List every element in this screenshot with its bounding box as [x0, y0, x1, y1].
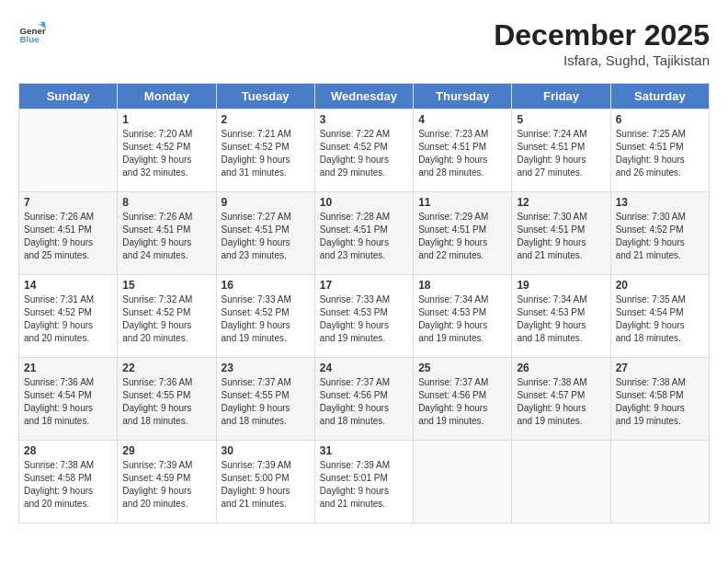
day-number: 7 — [24, 196, 112, 209]
month-title: December 2025 — [494, 18, 710, 52]
day-number: 1 — [122, 113, 210, 126]
calendar-cell: 1Sunrise: 7:20 AM Sunset: 4:52 PM Daylig… — [118, 109, 216, 192]
calendar-table: SundayMondayTuesdayWednesdayThursdayFrid… — [18, 83, 710, 523]
day-number: 20 — [616, 279, 704, 292]
day-number: 18 — [418, 279, 506, 292]
day-info: Sunrise: 7:39 AM Sunset: 4:59 PM Dayligh… — [122, 459, 210, 511]
calendar-cell: 2Sunrise: 7:21 AM Sunset: 4:52 PM Daylig… — [216, 109, 314, 192]
calendar-cell: 13Sunrise: 7:30 AM Sunset: 4:52 PM Dayli… — [610, 192, 709, 275]
calendar-week-row: 7Sunrise: 7:26 AM Sunset: 4:51 PM Daylig… — [19, 192, 710, 275]
day-info: Sunrise: 7:21 AM Sunset: 4:52 PM Dayligh… — [222, 128, 310, 179]
page-header: General Blue December 2025 Isfara, Sughd… — [18, 18, 710, 68]
day-number: 9 — [222, 196, 310, 209]
calendar-week-row: 28Sunrise: 7:38 AM Sunset: 4:58 PM Dayli… — [19, 441, 710, 523]
calendar-cell: 21Sunrise: 7:36 AM Sunset: 4:54 PM Dayli… — [19, 358, 118, 441]
day-info: Sunrise: 7:30 AM Sunset: 4:52 PM Dayligh… — [616, 211, 704, 262]
day-info: Sunrise: 7:38 AM Sunset: 4:57 PM Dayligh… — [517, 376, 605, 428]
calendar-cell: 19Sunrise: 7:34 AM Sunset: 4:53 PM Dayli… — [512, 275, 610, 358]
day-number: 25 — [418, 362, 506, 374]
calendar-cell: 8Sunrise: 7:26 AM Sunset: 4:51 PM Daylig… — [118, 192, 216, 275]
logo-icon: General Blue — [18, 18, 46, 46]
calendar-cell: 31Sunrise: 7:39 AM Sunset: 5:01 PM Dayli… — [314, 441, 413, 523]
calendar-cell: 17Sunrise: 7:33 AM Sunset: 4:53 PM Dayli… — [314, 275, 413, 358]
day-info: Sunrise: 7:37 AM Sunset: 4:56 PM Dayligh… — [320, 376, 408, 428]
day-number: 6 — [616, 113, 704, 126]
calendar-cell: 30Sunrise: 7:39 AM Sunset: 5:00 PM Dayli… — [216, 441, 314, 523]
location-title: Isfara, Sughd, Tajikistan — [494, 52, 710, 68]
calendar-cell: 28Sunrise: 7:38 AM Sunset: 4:58 PM Dayli… — [19, 441, 118, 523]
calendar-cell: 11Sunrise: 7:29 AM Sunset: 4:51 PM Dayli… — [414, 192, 512, 275]
calendar-day-header: Saturday — [610, 84, 709, 109]
day-number: 11 — [418, 196, 506, 209]
day-number: 8 — [122, 196, 210, 209]
calendar-week-row: 1Sunrise: 7:20 AM Sunset: 4:52 PM Daylig… — [19, 109, 710, 192]
day-info: Sunrise: 7:35 AM Sunset: 4:54 PM Dayligh… — [616, 293, 704, 345]
calendar-day-header: Sunday — [19, 84, 118, 109]
calendar-cell: 3Sunrise: 7:22 AM Sunset: 4:52 PM Daylig… — [314, 109, 413, 192]
day-number: 15 — [122, 279, 210, 292]
day-info: Sunrise: 7:34 AM Sunset: 4:53 PM Dayligh… — [418, 293, 506, 345]
day-number: 28 — [24, 444, 112, 457]
day-number: 22 — [122, 362, 210, 374]
calendar-week-row: 21Sunrise: 7:36 AM Sunset: 4:54 PM Dayli… — [19, 358, 710, 441]
day-number: 24 — [320, 362, 408, 374]
day-number: 21 — [24, 362, 112, 374]
day-number: 4 — [418, 113, 506, 126]
day-number: 13 — [616, 196, 704, 209]
day-info: Sunrise: 7:32 AM Sunset: 4:52 PM Dayligh… — [122, 293, 210, 345]
day-info: Sunrise: 7:33 AM Sunset: 4:53 PM Dayligh… — [320, 293, 408, 345]
calendar-cell — [414, 441, 512, 523]
calendar-cell: 24Sunrise: 7:37 AM Sunset: 4:56 PM Dayli… — [314, 358, 413, 441]
day-info: Sunrise: 7:38 AM Sunset: 4:58 PM Dayligh… — [616, 376, 704, 428]
day-number: 30 — [222, 444, 310, 457]
calendar-cell: 14Sunrise: 7:31 AM Sunset: 4:52 PM Dayli… — [19, 275, 118, 358]
title-block: December 2025 Isfara, Sughd, Tajikistan — [494, 18, 710, 68]
calendar-cell: 26Sunrise: 7:38 AM Sunset: 4:57 PM Dayli… — [512, 358, 610, 441]
calendar-cell: 5Sunrise: 7:24 AM Sunset: 4:51 PM Daylig… — [512, 109, 610, 192]
calendar-cell: 25Sunrise: 7:37 AM Sunset: 4:56 PM Dayli… — [414, 358, 512, 441]
day-info: Sunrise: 7:39 AM Sunset: 5:01 PM Dayligh… — [320, 459, 408, 511]
calendar-week-row: 14Sunrise: 7:31 AM Sunset: 4:52 PM Dayli… — [19, 275, 710, 358]
calendar-cell: 10Sunrise: 7:28 AM Sunset: 4:51 PM Dayli… — [314, 192, 413, 275]
day-number: 19 — [517, 279, 605, 292]
calendar-day-header: Monday — [118, 84, 216, 109]
day-info: Sunrise: 7:23 AM Sunset: 4:51 PM Dayligh… — [418, 128, 506, 179]
day-info: Sunrise: 7:24 AM Sunset: 4:51 PM Dayligh… — [517, 128, 605, 179]
day-number: 2 — [222, 113, 310, 126]
day-number: 27 — [616, 362, 704, 374]
calendar-cell: 22Sunrise: 7:36 AM Sunset: 4:55 PM Dayli… — [118, 358, 216, 441]
calendar-day-header: Thursday — [414, 84, 512, 109]
day-number: 3 — [320, 113, 408, 126]
day-number: 31 — [320, 444, 408, 457]
calendar-cell: 6Sunrise: 7:25 AM Sunset: 4:51 PM Daylig… — [610, 109, 709, 192]
day-info: Sunrise: 7:27 AM Sunset: 4:51 PM Dayligh… — [222, 211, 310, 262]
day-info: Sunrise: 7:37 AM Sunset: 4:55 PM Dayligh… — [222, 376, 310, 428]
calendar-cell: 15Sunrise: 7:32 AM Sunset: 4:52 PM Dayli… — [118, 275, 216, 358]
calendar-cell: 23Sunrise: 7:37 AM Sunset: 4:55 PM Dayli… — [216, 358, 314, 441]
day-info: Sunrise: 7:34 AM Sunset: 4:53 PM Dayligh… — [517, 293, 605, 345]
calendar-header-row: SundayMondayTuesdayWednesdayThursdayFrid… — [19, 84, 710, 109]
day-info: Sunrise: 7:39 AM Sunset: 5:00 PM Dayligh… — [222, 459, 310, 511]
svg-text:Blue: Blue — [20, 34, 40, 44]
calendar-cell: 18Sunrise: 7:34 AM Sunset: 4:53 PM Dayli… — [414, 275, 512, 358]
calendar-cell: 16Sunrise: 7:33 AM Sunset: 4:52 PM Dayli… — [216, 275, 314, 358]
day-info: Sunrise: 7:20 AM Sunset: 4:52 PM Dayligh… — [122, 128, 210, 179]
day-info: Sunrise: 7:38 AM Sunset: 4:58 PM Dayligh… — [24, 459, 112, 511]
day-number: 17 — [320, 279, 408, 292]
day-info: Sunrise: 7:29 AM Sunset: 4:51 PM Dayligh… — [418, 211, 506, 262]
day-number: 14 — [24, 279, 112, 292]
day-info: Sunrise: 7:25 AM Sunset: 4:51 PM Dayligh… — [616, 128, 704, 179]
calendar-cell: 20Sunrise: 7:35 AM Sunset: 4:54 PM Dayli… — [610, 275, 709, 358]
calendar-cell: 12Sunrise: 7:30 AM Sunset: 4:51 PM Dayli… — [512, 192, 610, 275]
calendar-day-header: Tuesday — [216, 84, 314, 109]
day-number: 12 — [517, 196, 605, 209]
day-info: Sunrise: 7:37 AM Sunset: 4:56 PM Dayligh… — [418, 376, 506, 428]
day-info: Sunrise: 7:30 AM Sunset: 4:51 PM Dayligh… — [517, 211, 605, 262]
calendar-cell — [512, 441, 610, 523]
day-number: 29 — [122, 444, 210, 457]
day-info: Sunrise: 7:26 AM Sunset: 4:51 PM Dayligh… — [24, 211, 112, 262]
day-info: Sunrise: 7:22 AM Sunset: 4:52 PM Dayligh… — [320, 128, 408, 179]
day-info: Sunrise: 7:31 AM Sunset: 4:52 PM Dayligh… — [24, 293, 112, 345]
day-number: 16 — [222, 279, 310, 292]
day-info: Sunrise: 7:36 AM Sunset: 4:55 PM Dayligh… — [122, 376, 210, 428]
